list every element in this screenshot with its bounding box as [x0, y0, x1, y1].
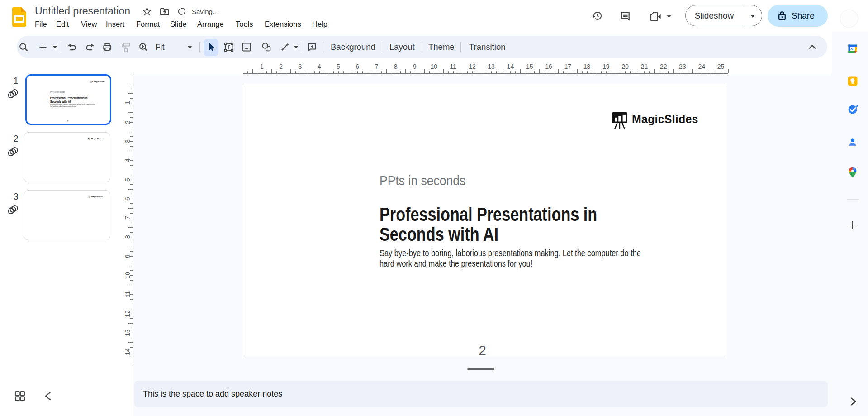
svg-text:31: 31: [850, 47, 855, 51]
